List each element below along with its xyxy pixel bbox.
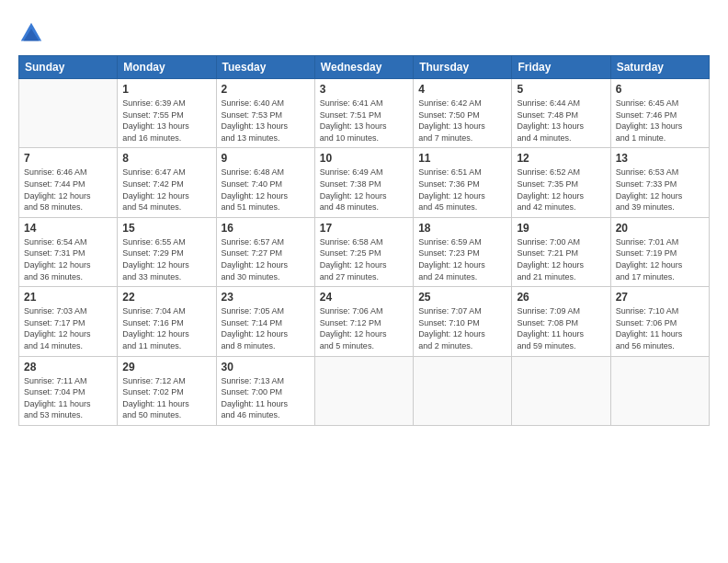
- calendar-cell: 15Sunrise: 6:55 AM Sunset: 7:29 PM Dayli…: [118, 217, 216, 286]
- calendar-cell: 18Sunrise: 6:59 AM Sunset: 7:23 PM Dayli…: [414, 217, 512, 286]
- day-number: 23: [222, 291, 310, 304]
- day-number: 25: [418, 291, 506, 304]
- day-info: Sunrise: 7:09 AM Sunset: 7:08 PM Dayligh…: [517, 305, 605, 351]
- calendar-cell: [414, 356, 512, 425]
- calendar-cell: 20Sunrise: 7:01 AM Sunset: 7:19 PM Dayli…: [610, 217, 709, 286]
- calendar-cell: 29Sunrise: 7:12 AM Sunset: 7:02 PM Dayli…: [118, 356, 216, 425]
- day-number: 4: [418, 83, 506, 96]
- day-info: Sunrise: 6:54 AM Sunset: 7:31 PM Dayligh…: [24, 236, 112, 282]
- day-info: Sunrise: 6:59 AM Sunset: 7:23 PM Dayligh…: [418, 236, 506, 282]
- day-info: Sunrise: 6:52 AM Sunset: 7:35 PM Dayligh…: [517, 167, 605, 213]
- calendar-cell: 19Sunrise: 7:00 AM Sunset: 7:21 PM Dayli…: [512, 217, 610, 286]
- day-number: 19: [517, 222, 605, 235]
- day-info: Sunrise: 7:12 AM Sunset: 7:02 PM Dayligh…: [122, 375, 210, 421]
- day-number: 27: [616, 291, 704, 304]
- calendar-table: SundayMondayTuesdayWednesdayThursdayFrid…: [18, 55, 710, 426]
- calendar-cell: 14Sunrise: 6:54 AM Sunset: 7:31 PM Dayli…: [19, 217, 118, 286]
- calendar-cell: 28Sunrise: 7:11 AM Sunset: 7:04 PM Dayli…: [19, 356, 118, 425]
- day-number: 9: [222, 152, 310, 165]
- calendar-cell: 21Sunrise: 7:03 AM Sunset: 7:17 PM Dayli…: [19, 287, 118, 356]
- day-number: 3: [320, 83, 408, 96]
- calendar-cell: 6Sunrise: 6:45 AM Sunset: 7:46 PM Daylig…: [610, 79, 709, 148]
- logo-icon: [18, 20, 44, 46]
- calendar-cell: 8Sunrise: 6:47 AM Sunset: 7:42 PM Daylig…: [118, 148, 216, 217]
- calendar-cell: 5Sunrise: 6:44 AM Sunset: 7:48 PM Daylig…: [512, 79, 610, 148]
- day-number: 16: [222, 222, 310, 235]
- day-info: Sunrise: 6:53 AM Sunset: 7:33 PM Dayligh…: [616, 167, 704, 213]
- day-number: 2: [222, 83, 310, 96]
- day-info: Sunrise: 6:58 AM Sunset: 7:25 PM Dayligh…: [320, 236, 408, 282]
- calendar-cell: 2Sunrise: 6:40 AM Sunset: 7:53 PM Daylig…: [216, 79, 314, 148]
- day-info: Sunrise: 7:05 AM Sunset: 7:14 PM Dayligh…: [222, 305, 310, 351]
- weekday-header-wednesday: Wednesday: [314, 56, 413, 79]
- day-number: 30: [222, 361, 310, 373]
- day-info: Sunrise: 7:01 AM Sunset: 7:19 PM Dayligh…: [616, 236, 704, 282]
- calendar-week-row: 1Sunrise: 6:39 AM Sunset: 7:55 PM Daylig…: [19, 79, 710, 148]
- page: SundayMondayTuesdayWednesdayThursdayFrid…: [0, 0, 728, 563]
- day-info: Sunrise: 6:41 AM Sunset: 7:51 PM Dayligh…: [320, 98, 408, 144]
- calendar-cell: 1Sunrise: 6:39 AM Sunset: 7:55 PM Daylig…: [118, 79, 216, 148]
- calendar-cell: 3Sunrise: 6:41 AM Sunset: 7:51 PM Daylig…: [314, 79, 413, 148]
- calendar-cell: 12Sunrise: 6:52 AM Sunset: 7:35 PM Dayli…: [512, 148, 610, 217]
- day-number: 12: [517, 152, 605, 165]
- day-info: Sunrise: 6:45 AM Sunset: 7:46 PM Dayligh…: [616, 98, 704, 144]
- day-info: Sunrise: 6:57 AM Sunset: 7:27 PM Dayligh…: [222, 236, 310, 282]
- header: [18, 17, 710, 46]
- weekday-header-saturday: Saturday: [610, 56, 709, 79]
- day-number: 22: [122, 291, 210, 304]
- day-number: 1: [122, 83, 210, 96]
- calendar-cell: 30Sunrise: 7:13 AM Sunset: 7:00 PM Dayli…: [216, 356, 314, 425]
- weekday-header-tuesday: Tuesday: [216, 56, 314, 79]
- calendar-cell: 27Sunrise: 7:10 AM Sunset: 7:06 PM Dayli…: [610, 287, 709, 356]
- calendar-cell: 11Sunrise: 6:51 AM Sunset: 7:36 PM Dayli…: [414, 148, 512, 217]
- calendar-week-row: 21Sunrise: 7:03 AM Sunset: 7:17 PM Dayli…: [19, 287, 710, 356]
- day-number: 5: [517, 83, 605, 96]
- day-number: 18: [418, 222, 506, 235]
- calendar-cell: 4Sunrise: 6:42 AM Sunset: 7:50 PM Daylig…: [414, 79, 512, 148]
- calendar-cell: 16Sunrise: 6:57 AM Sunset: 7:27 PM Dayli…: [216, 217, 314, 286]
- day-info: Sunrise: 6:44 AM Sunset: 7:48 PM Dayligh…: [517, 98, 605, 144]
- calendar-cell: 25Sunrise: 7:07 AM Sunset: 7:10 PM Dayli…: [414, 287, 512, 356]
- day-info: Sunrise: 6:46 AM Sunset: 7:44 PM Dayligh…: [24, 167, 112, 213]
- day-number: 24: [320, 291, 408, 304]
- weekday-header-sunday: Sunday: [19, 56, 118, 79]
- day-number: 28: [24, 361, 112, 373]
- day-info: Sunrise: 7:10 AM Sunset: 7:06 PM Dayligh…: [616, 305, 704, 351]
- calendar-cell: 22Sunrise: 7:04 AM Sunset: 7:16 PM Dayli…: [118, 287, 216, 356]
- day-info: Sunrise: 6:42 AM Sunset: 7:50 PM Dayligh…: [418, 98, 506, 144]
- day-number: 20: [616, 222, 704, 235]
- day-info: Sunrise: 7:00 AM Sunset: 7:21 PM Dayligh…: [517, 236, 605, 282]
- day-number: 8: [122, 152, 210, 165]
- calendar-cell: 13Sunrise: 6:53 AM Sunset: 7:33 PM Dayli…: [610, 148, 709, 217]
- weekday-header-thursday: Thursday: [414, 56, 512, 79]
- day-number: 29: [122, 361, 210, 373]
- day-number: 13: [616, 152, 704, 165]
- weekday-header-monday: Monday: [118, 56, 216, 79]
- calendar-cell: 7Sunrise: 6:46 AM Sunset: 7:44 PM Daylig…: [19, 148, 118, 217]
- calendar-cell: 24Sunrise: 7:06 AM Sunset: 7:12 PM Dayli…: [314, 287, 413, 356]
- day-number: 15: [122, 222, 210, 235]
- calendar-cell: 23Sunrise: 7:05 AM Sunset: 7:14 PM Dayli…: [216, 287, 314, 356]
- calendar-cell: 9Sunrise: 6:48 AM Sunset: 7:40 PM Daylig…: [216, 148, 314, 217]
- calendar-cell: [19, 79, 118, 148]
- day-number: 14: [24, 222, 112, 235]
- calendar-week-row: 28Sunrise: 7:11 AM Sunset: 7:04 PM Dayli…: [19, 356, 710, 425]
- calendar-cell: 10Sunrise: 6:49 AM Sunset: 7:38 PM Dayli…: [314, 148, 413, 217]
- day-info: Sunrise: 7:04 AM Sunset: 7:16 PM Dayligh…: [122, 305, 210, 351]
- day-info: Sunrise: 6:47 AM Sunset: 7:42 PM Dayligh…: [122, 167, 210, 213]
- day-info: Sunrise: 7:13 AM Sunset: 7:00 PM Dayligh…: [222, 375, 310, 421]
- day-number: 7: [24, 152, 112, 165]
- day-number: 17: [320, 222, 408, 235]
- day-number: 26: [517, 291, 605, 304]
- day-info: Sunrise: 6:55 AM Sunset: 7:29 PM Dayligh…: [122, 236, 210, 282]
- day-info: Sunrise: 6:48 AM Sunset: 7:40 PM Dayligh…: [222, 167, 310, 213]
- day-info: Sunrise: 7:11 AM Sunset: 7:04 PM Dayligh…: [24, 375, 112, 421]
- day-info: Sunrise: 6:51 AM Sunset: 7:36 PM Dayligh…: [418, 167, 506, 213]
- calendar-cell: [314, 356, 413, 425]
- weekday-header-friday: Friday: [512, 56, 610, 79]
- day-number: 11: [418, 152, 506, 165]
- calendar-week-row: 7Sunrise: 6:46 AM Sunset: 7:44 PM Daylig…: [19, 148, 710, 217]
- calendar-cell: 17Sunrise: 6:58 AM Sunset: 7:25 PM Dayli…: [314, 217, 413, 286]
- day-number: 10: [320, 152, 408, 165]
- day-number: 21: [24, 291, 112, 304]
